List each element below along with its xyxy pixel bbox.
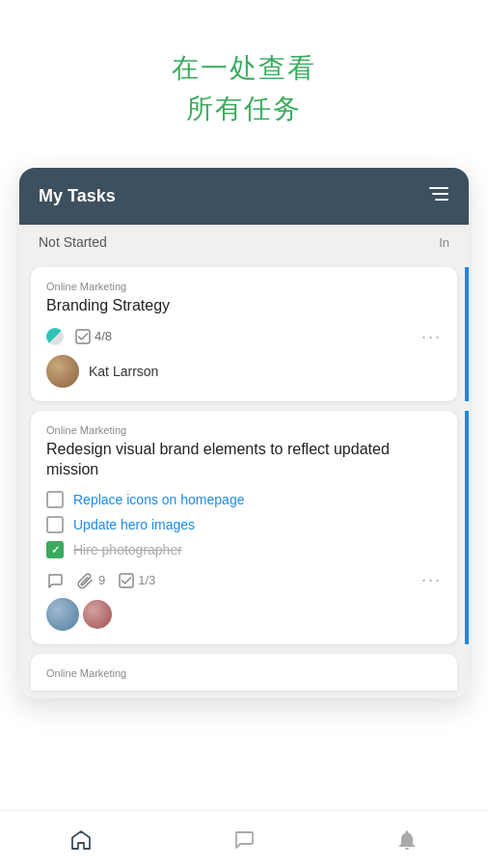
progress-icon <box>46 328 64 345</box>
task-count: 4/8 <box>75 329 112 344</box>
avatar-name-1: Kat Larrson <box>89 364 158 379</box>
more-menu[interactable]: ··· <box>421 328 442 345</box>
attachment-icon <box>77 572 95 589</box>
filter-icon[interactable] <box>428 185 449 207</box>
check-item-2: Update hero images <box>46 516 442 533</box>
card-title-1: Branding Strategy <box>46 296 442 316</box>
card-footer-2: 9 1/3 ··· <box>46 570 442 590</box>
attachment-icon-wrap: 9 <box>77 572 105 589</box>
page-heading: 在一处查看 所有任务 <box>0 0 488 168</box>
check-item-3: Hire photographer <box>46 541 442 558</box>
card-title-2: Redesign visual brand elements to reflec… <box>46 440 442 480</box>
card-meta-1: 4/8 ··· <box>46 328 442 345</box>
heading-text: 在一处查看 所有任务 <box>172 53 316 123</box>
avatar-row-2 <box>46 598 442 631</box>
checkbox-1[interactable] <box>46 491 64 508</box>
cards-area: Online Marketing Branding Strategy 4/8 ·… <box>19 259 469 698</box>
avatar-1 <box>46 355 79 388</box>
app-header: My Tasks <box>19 168 469 225</box>
tasks-icon <box>119 573 134 588</box>
blue-accent-bar-2 <box>465 411 469 645</box>
comment-icon-wrap <box>46 572 64 589</box>
app-container: My Tasks Not Started In Online Marketing… <box>19 168 469 698</box>
message-icon <box>232 828 256 852</box>
checklist: Replace icons on homepage Update hero im… <box>46 491 442 558</box>
app-title: My Tasks <box>39 186 116 206</box>
check-label-2: Update hero images <box>73 517 195 532</box>
nav-notification[interactable] <box>395 828 419 852</box>
bottom-nav <box>0 810 488 868</box>
check-label-1: Replace icons on homepage <box>73 492 244 507</box>
avatar-row-1: Kat Larrson <box>46 355 442 388</box>
home-icon <box>69 828 93 852</box>
attachment-count: 9 <box>98 573 105 587</box>
tasks-icon-wrap: 1/3 <box>119 573 155 588</box>
partial-card-project: Online Marketing <box>46 667 442 679</box>
notification-icon <box>395 828 419 852</box>
check-label-3: Hire photographer <box>73 542 182 557</box>
sort-icon-svg <box>428 185 449 203</box>
comment-icon <box>46 572 64 589</box>
avatar-2 <box>46 598 79 631</box>
avatar-3 <box>81 598 114 631</box>
checkbox-icon <box>75 329 91 344</box>
card-project-1: Online Marketing <box>46 281 442 292</box>
blue-accent-bar <box>465 267 469 401</box>
more-menu-2[interactable]: ··· <box>421 570 442 590</box>
section-badge: In <box>439 235 449 250</box>
section-title: Not Started <box>39 234 107 250</box>
section-header: Not Started In <box>19 225 469 259</box>
check-item-1: Replace icons on homepage <box>46 491 442 508</box>
card-project-2: Online Marketing <box>46 424 442 436</box>
tasks-count: 1/3 <box>138 573 155 587</box>
nav-home[interactable] <box>69 828 93 852</box>
nav-message[interactable] <box>232 828 256 852</box>
checkbox-3[interactable] <box>46 541 64 558</box>
task-card-redesign[interactable]: Online Marketing Redesign visual brand e… <box>31 411 457 645</box>
task-card-branding[interactable]: Online Marketing Branding Strategy 4/8 ·… <box>31 267 457 401</box>
partial-card: Online Marketing <box>31 654 457 691</box>
task-count-text: 4/8 <box>95 329 112 343</box>
checkbox-2[interactable] <box>46 516 64 533</box>
